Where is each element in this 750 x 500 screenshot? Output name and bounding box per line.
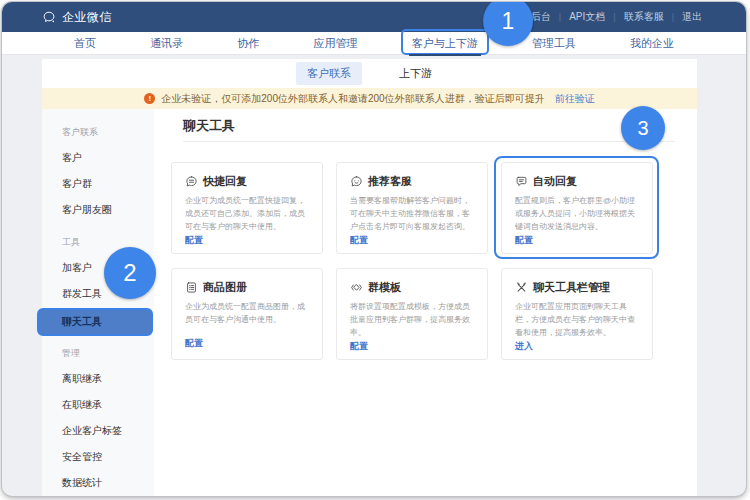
product-album-configure-link[interactable]: 配置 bbox=[185, 337, 309, 350]
api-docs-link[interactable]: API文档 bbox=[551, 10, 605, 24]
nav-item-collaboration[interactable]: 协作 bbox=[235, 33, 261, 54]
annotation-step-number: 3 bbox=[637, 117, 648, 140]
content-area: 客户联系 客户 客户群 客户朋友圈 工具 加客户 群发工具 聊天工具 管理 离职… bbox=[42, 109, 697, 496]
product-album-icon bbox=[185, 281, 198, 294]
logo: 企业微信 bbox=[42, 9, 112, 26]
sidebar-item-customer-tags[interactable]: 企业客户标签 bbox=[42, 418, 154, 444]
nav-item-app-management[interactable]: 应用管理 bbox=[311, 33, 359, 54]
card-quick-reply[interactable]: 快捷回复 企业可为成员统一配置快捷回复，成员还可自己添加。添加后，成员可在与客户… bbox=[171, 162, 323, 254]
chat-toolbar-enter-link[interactable]: 进入 bbox=[515, 340, 639, 353]
app-window: 企业微信 服务商后台 API文档 联系客服 退出 首页 通讯录 协作 应用管理 … bbox=[2, 2, 746, 496]
recommend-service-configure-link[interactable]: 配置 bbox=[350, 234, 474, 247]
tab-customer-contact[interactable]: 客户联系 bbox=[296, 62, 362, 85]
card-header: 聊天工具栏管理 bbox=[515, 280, 639, 295]
card-title: 群模板 bbox=[368, 280, 401, 295]
card-title: 快捷回复 bbox=[203, 174, 247, 189]
quick-reply-configure-link[interactable]: 配置 bbox=[185, 234, 309, 247]
card-description: 企业可配置应用页面到聊天工具栏，方便成员在与客户的聊天中查看和使用，提高服务效率… bbox=[515, 300, 639, 340]
logo-text: 企业微信 bbox=[62, 9, 112, 26]
nav-item-home[interactable]: 首页 bbox=[72, 33, 98, 54]
nav-item-contacts[interactable]: 通讯录 bbox=[148, 33, 185, 54]
topbar: 企业微信 服务商后台 API文档 联系客服 退出 bbox=[2, 2, 746, 32]
title-divider bbox=[183, 141, 675, 142]
card-auto-reply[interactable]: 自动回复 配置规则后，客户在群里@小助理或服务人员提问，小助理将根据关键词自动发… bbox=[501, 162, 653, 254]
orange-exclamation-icon: ! bbox=[144, 93, 155, 104]
card-header: 群模板 bbox=[350, 280, 474, 295]
quick-reply-icon bbox=[185, 175, 198, 188]
auto-reply-configure-link[interactable]: 配置 bbox=[515, 234, 639, 247]
sidebar-item-data-statistics[interactable]: 数据统计 bbox=[42, 470, 154, 496]
card-chat-toolbar-management[interactable]: 聊天工具栏管理 企业可配置应用页面到聊天工具栏，方便成员在与客户的聊天中查看和使… bbox=[501, 268, 653, 360]
contact-support-link[interactable]: 联系客服 bbox=[605, 10, 663, 24]
active-nav-underline bbox=[409, 54, 481, 56]
recommend-service-icon bbox=[350, 175, 363, 188]
tab-upstream-downstream[interactable]: 上下游 bbox=[388, 62, 443, 85]
card-description: 当需要客服帮助解答客户问题时，可在聊天中主动推荐微信客服，客户点击名片即可向客服… bbox=[350, 194, 474, 234]
sidebar-item-customer[interactable]: 客户 bbox=[42, 145, 154, 171]
nav-item-customers-updown[interactable]: 客户与上下游 bbox=[410, 33, 480, 54]
card-description: 企业可为成员统一配置快捷回复，成员还可自己添加。添加后，成员可在与客户的聊天中使… bbox=[185, 194, 309, 234]
annotation-circle-3: 3 bbox=[621, 106, 665, 150]
sidebar-item-onjob-inheritance[interactable]: 在职继承 bbox=[42, 392, 154, 418]
nav-item-my-company[interactable]: 我的企业 bbox=[628, 33, 676, 54]
card-recommend-service[interactable]: 推荐客服 当需要客服帮助解答客户问题时，可在聊天中主动推荐微信客服，客户点击名片… bbox=[336, 162, 488, 254]
primary-nav: 首页 通讯录 协作 应用管理 客户与上下游 管理工具 我的企业 bbox=[2, 32, 746, 55]
sidebar-item-customer-groups[interactable]: 客户群 bbox=[42, 171, 154, 197]
card-title: 聊天工具栏管理 bbox=[533, 280, 610, 295]
group-template-configure-link[interactable]: 配置 bbox=[350, 340, 474, 353]
sidebar-item-customer-moments[interactable]: 客户朋友圈 bbox=[42, 197, 154, 223]
annotation-step-number: 2 bbox=[123, 259, 136, 287]
card-title: 商品图册 bbox=[203, 280, 247, 295]
nav-item-label: 客户与上下游 bbox=[412, 37, 478, 49]
sidebar-item-chat-tools[interactable]: 聊天工具 bbox=[37, 308, 153, 336]
annotation-step-number: 1 bbox=[502, 8, 515, 35]
card-header: 商品图册 bbox=[185, 280, 309, 295]
verification-warning-bar: ! 企业未验证，仅可添加200位外部联系人和邀请200位外部联系人进群，验证后即… bbox=[42, 88, 697, 109]
card-header: 推荐客服 bbox=[350, 174, 474, 189]
go-verify-link[interactable]: 前往验证 bbox=[555, 92, 595, 106]
chat-toolbar-icon bbox=[515, 281, 528, 294]
card-header: 自动回复 bbox=[515, 174, 639, 189]
tool-cards-grid: 快捷回复 企业可为成员统一配置快捷回复，成员还可自己添加。添加后，成员可在与客户… bbox=[171, 162, 677, 360]
card-title: 自动回复 bbox=[533, 174, 577, 189]
page-title: 聊天工具 bbox=[183, 115, 677, 137]
card-group-template[interactable]: 群模板 将群设置项配置成模板，方便成员批量应用到客户群聊，提高服务效率。 配置 bbox=[336, 268, 488, 360]
sidebar-section-customer-contact: 客户联系 bbox=[42, 119, 154, 145]
main-panel: 聊天工具 快捷回复 企业可为成员统一配置快捷回复，成员还可自己添加。添加后，成员… bbox=[154, 109, 697, 496]
sub-tab-bar: 客户联系 上下游 bbox=[42, 59, 697, 88]
card-description: 将群设置项配置成模板，方便成员批量应用到客户群聊，提高服务效率。 bbox=[350, 300, 474, 340]
group-template-icon bbox=[350, 281, 363, 294]
warning-text: 企业未验证，仅可添加200位外部联系人和邀请200位外部联系人进群，验证后即可提… bbox=[161, 92, 544, 106]
sidebar-item-security-control[interactable]: 安全管控 bbox=[42, 444, 154, 470]
sidebar: 客户联系 客户 客户群 客户朋友圈 工具 加客户 群发工具 聊天工具 管理 离职… bbox=[42, 109, 154, 496]
annotation-circle-2: 2 bbox=[104, 247, 156, 299]
auto-reply-icon bbox=[515, 175, 528, 188]
card-header: 快捷回复 bbox=[185, 174, 309, 189]
sidebar-item-resigned-inheritance[interactable]: 离职继承 bbox=[42, 366, 154, 392]
nav-item-admin-tools[interactable]: 管理工具 bbox=[530, 33, 578, 54]
card-product-album[interactable]: 商品图册 企业为成员统一配置商品图册，成员可在与客户沟通中使用。 配置 bbox=[171, 268, 323, 360]
logout-link[interactable]: 退出 bbox=[664, 10, 702, 24]
card-title: 推荐客服 bbox=[368, 174, 412, 189]
sidebar-section-management: 管理 bbox=[42, 340, 154, 366]
wechat-work-bubble-icon bbox=[42, 10, 56, 24]
card-description: 配置规则后，客户在群里@小助理或服务人员提问，小助理将根据关键词自动发送消息内容… bbox=[515, 194, 639, 234]
card-description: 企业为成员统一配置商品图册，成员可在与客户沟通中使用。 bbox=[185, 300, 309, 326]
